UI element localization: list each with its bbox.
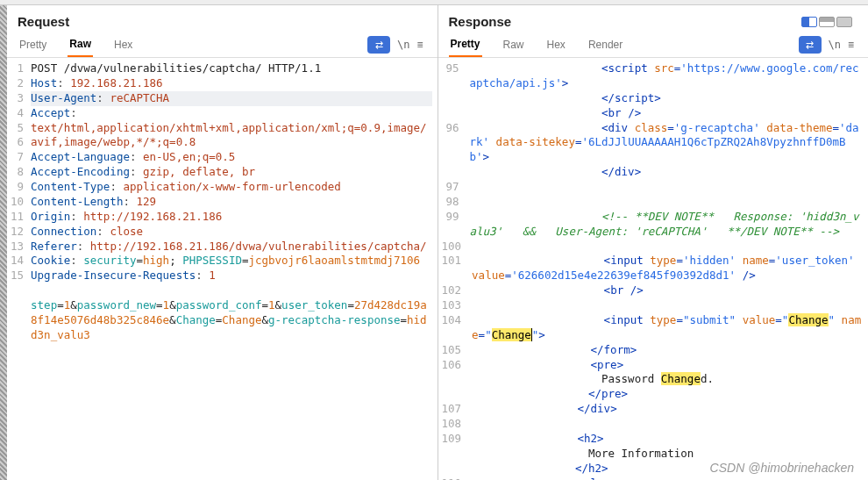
newline-toggle-resp[interactable]: \n [829,39,841,51]
tab-pretty-resp[interactable]: Pretty [449,32,482,57]
request-panel: Request Pretty Raw Hex ⇄ \n ≡ 1234567891… [7,5,438,480]
left-gutter [0,5,7,480]
request-code[interactable]: 123456789101112131415 POST /dvwa/vulnera… [7,58,438,480]
actions-button-resp[interactable]: ⇄ [799,36,822,54]
layout-split-icon[interactable] [801,17,817,27]
tab-pretty[interactable]: Pretty [18,33,48,56]
tab-raw-resp[interactable]: Raw [502,33,526,56]
response-tabs: Pretty Raw Hex Render ⇄ \n ≡ [438,32,869,58]
request-title: Request [18,14,69,29]
response-panel: Response Pretty Raw Hex Render ⇄ \n ≡ 95… [438,5,869,480]
menu-icon-resp[interactable]: ≡ [848,39,854,51]
layout-toggles [801,17,857,27]
layout-full-icon[interactable] [836,17,852,27]
actions-button[interactable]: ⇄ [367,36,390,54]
newline-toggle[interactable]: \n [397,39,409,51]
response-code[interactable]: 95 <script src='https://www.google.com/r… [438,58,869,480]
response-title: Response [449,14,512,29]
tab-raw[interactable]: Raw [68,32,93,57]
request-tabs: Pretty Raw Hex ⇄ \n ≡ [7,32,438,58]
layout-top-icon[interactable] [819,17,835,27]
tab-hex[interactable]: Hex [112,33,134,56]
tab-render-resp[interactable]: Render [587,33,624,56]
tab-hex-resp[interactable]: Hex [545,33,567,56]
menu-icon[interactable]: ≡ [416,39,423,51]
